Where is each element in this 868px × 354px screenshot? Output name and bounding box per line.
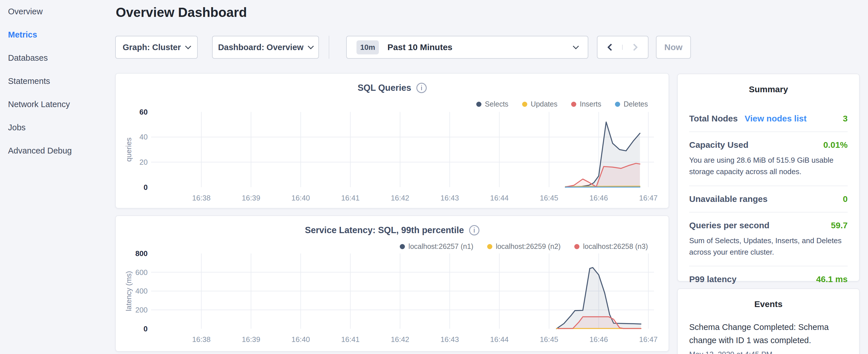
legend-dot-icon [400, 244, 405, 249]
y-axis-label: queries [125, 137, 133, 162]
summary-value: 0 [843, 194, 848, 204]
graph-dropdown[interactable]: Graph: Cluster [115, 36, 198, 59]
legend-label: Inserts [580, 100, 601, 108]
svg-text:16:47: 16:47 [639, 335, 657, 344]
controls-divider [329, 36, 329, 59]
series-localhost-26257-n1 [557, 267, 641, 329]
svg-text:16:42: 16:42 [391, 194, 409, 202]
svg-text:40: 40 [140, 133, 148, 141]
svg-text:16:39: 16:39 [242, 194, 260, 202]
sidebar-item-metrics[interactable]: Metrics [0, 23, 115, 46]
service-latency-chart-card: Service Latency: SQL, 99th percentile i … [115, 215, 669, 352]
svg-text:20: 20 [140, 158, 148, 166]
event-item[interactable]: Schema Change Completed: Schema change w… [689, 321, 848, 354]
legend: localhost:26257 (n1)localhost:26259 (n2)… [400, 242, 648, 251]
chart-title-row: Service Latency: SQL, 99th percentile i [116, 225, 669, 235]
summary-title: Summary [678, 85, 859, 94]
svg-text:16:38: 16:38 [192, 335, 210, 344]
svg-text:16:41: 16:41 [341, 194, 359, 202]
summary-desc: Sum of Selects, Updates, Inserts, and De… [689, 235, 848, 258]
page-title: Overview Dashboard [116, 5, 247, 20]
chart-title: SQL Queries [358, 83, 411, 93]
legend-dot-icon [571, 102, 576, 107]
y-grid: 0204060 [140, 108, 654, 191]
summary-value: 46.1 ms [816, 275, 848, 284]
sidebar-item-jobs[interactable]: Jobs [0, 116, 115, 139]
sidebar-item-overview[interactable]: Overview [0, 0, 115, 23]
prev-time-button[interactable] [597, 45, 623, 50]
chevron-down-icon [185, 43, 191, 49]
chevron-down-icon [573, 43, 579, 49]
legend-item-localhost-26257-n1[interactable]: localhost:26257 (n1) [400, 242, 473, 251]
svg-text:800: 800 [135, 250, 148, 257]
legend-item-selects[interactable]: Selects [476, 100, 508, 108]
dashboard-dropdown-label: Dashboard: Overview [218, 43, 304, 52]
summary-label: P99 latency [689, 275, 737, 284]
svg-text:0: 0 [144, 325, 148, 333]
time-step-button-group [597, 36, 649, 59]
chart-title-row: SQL Queries i [116, 83, 669, 93]
time-range-selector[interactable]: 10m Past 10 Minutes [346, 36, 588, 59]
summary-row-total-nodes: Total NodesView nodes list3 [689, 106, 848, 132]
series-selects [565, 122, 640, 187]
sidebar-item-databases[interactable]: Databases [0, 46, 115, 70]
legend-label: localhost:26258 (n3) [583, 242, 648, 251]
summary-row-queries-per-second: Queries per second59.7Sum of Selects, Up… [689, 213, 848, 267]
legend-dot-icon [476, 102, 482, 107]
summary-card: Summary Total NodesView nodes list3Capac… [677, 74, 860, 282]
legend-item-inserts[interactable]: Inserts [571, 100, 601, 108]
sidebar: OverviewMetricsDatabasesStatementsNetwor… [0, 0, 115, 354]
svg-text:600: 600 [135, 268, 148, 277]
legend-item-updates[interactable]: Updates [522, 100, 557, 108]
summary-label: Total Nodes [689, 114, 738, 123]
chevron-down-icon [308, 43, 314, 49]
legend: SelectsUpdatesInsertsDeletes [476, 100, 648, 108]
sidebar-item-statements[interactable]: Statements [0, 70, 115, 93]
summary-value: 59.7 [831, 221, 848, 230]
summary-rows: Total NodesView nodes list3Capacity Used… [678, 106, 859, 292]
legend-item-localhost-26258-n3[interactable]: localhost:26258 (n3) [574, 242, 648, 251]
svg-text:0: 0 [144, 183, 148, 191]
info-icon[interactable]: i [469, 225, 479, 235]
events-title: Events [678, 299, 859, 309]
svg-text:16:46: 16:46 [589, 194, 608, 202]
series-inserts [565, 163, 640, 187]
legend-label: Selects [485, 100, 508, 108]
legend-label: Deletes [624, 100, 648, 108]
svg-text:16:45: 16:45 [540, 335, 558, 344]
service-latency-plot[interactable]: 16:3816:3916:4016:4116:4216:4316:4416:45… [116, 216, 669, 351]
svg-text:60: 60 [140, 108, 148, 116]
svg-text:16:39: 16:39 [242, 335, 260, 344]
next-time-button[interactable] [623, 45, 648, 50]
legend-item-deletes[interactable]: Deletes [615, 100, 648, 108]
legend-dot-icon [615, 102, 620, 107]
info-icon[interactable]: i [416, 83, 427, 93]
time-range-badge: 10m [356, 40, 379, 55]
view-nodes-link[interactable]: View nodes list [744, 114, 806, 123]
svg-text:400: 400 [135, 287, 148, 295]
events-list: Schema Change Completed: Schema change w… [678, 321, 859, 354]
dashboard-dropdown[interactable]: Dashboard: Overview [212, 36, 319, 59]
svg-text:16:40: 16:40 [291, 335, 310, 344]
sidebar-item-network-latency[interactable]: Network Latency [0, 93, 115, 116]
series-updates [565, 186, 640, 187]
svg-text:16:42: 16:42 [391, 335, 409, 344]
svg-text:200: 200 [135, 306, 148, 314]
legend-item-localhost-26259-n2[interactable]: localhost:26259 (n2) [487, 242, 561, 251]
svg-text:16:38: 16:38 [192, 194, 210, 202]
svg-text:16:44: 16:44 [490, 335, 508, 344]
sql-queries-chart-card: SQL Queries i SelectsUpdatesInsertsDelet… [115, 73, 669, 208]
svg-text:16:40: 16:40 [291, 194, 310, 202]
now-button[interactable]: Now [656, 36, 691, 59]
events-card: Events Schema Change Completed: Schema c… [677, 288, 860, 354]
legend-dot-icon [487, 244, 492, 249]
svg-text:16:46: 16:46 [589, 335, 608, 344]
legend-dot-icon [574, 244, 580, 249]
svg-text:16:47: 16:47 [639, 194, 657, 202]
sql-queries-plot[interactable]: 16:3816:3916:4016:4116:4216:4316:4416:45… [116, 74, 669, 208]
svg-text:16:41: 16:41 [341, 335, 359, 344]
chevron-right-icon [630, 43, 638, 51]
sidebar-item-advanced-debug[interactable]: Advanced Debug [0, 139, 115, 162]
chevron-left-icon [607, 43, 614, 51]
controls-bar: Graph: Cluster Dashboard: Overview 10m P… [115, 36, 691, 59]
